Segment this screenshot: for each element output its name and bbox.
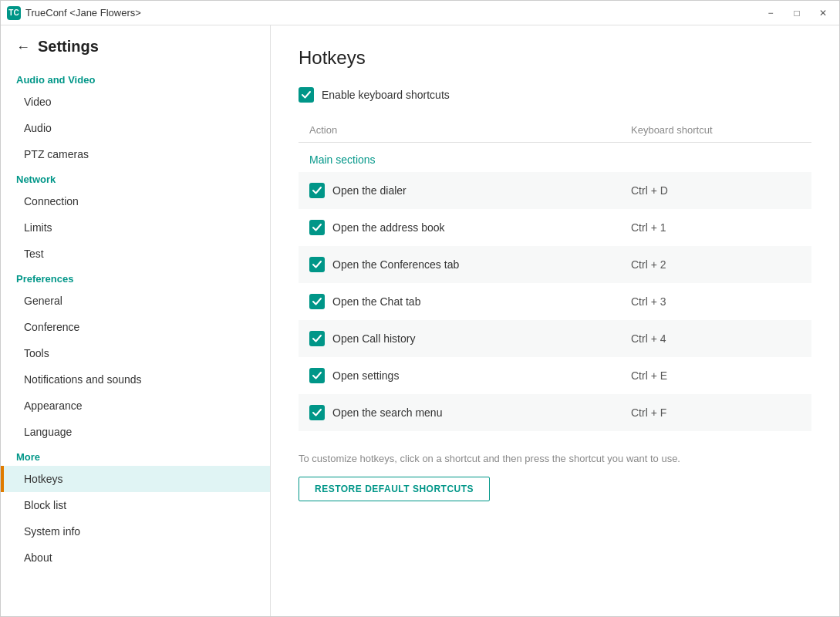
restore-defaults-button[interactable]: RESTORE DEFAULT SHORTCUTS bbox=[299, 477, 490, 501]
hotkey-shortcut-address-book: Ctrl + 1 bbox=[631, 221, 801, 234]
hotkey-row-call-history[interactable]: Open Call historyCtrl + 4 bbox=[299, 320, 811, 357]
hotkey-shortcut-conferences-tab: Ctrl + 2 bbox=[631, 258, 801, 271]
col-shortcut-header: Keyboard shortcut bbox=[631, 124, 801, 136]
hotkey-action-dialer: Open the dialer bbox=[332, 184, 623, 197]
sidebar: ← Settings Audio and VideoVideoAudioPTZ … bbox=[1, 25, 271, 617]
table-header: Action Keyboard shortcut bbox=[299, 121, 811, 143]
hotkey-action-chat-tab: Open the Chat tab bbox=[332, 295, 623, 308]
sidebar-section-network: Network bbox=[1, 167, 270, 188]
main-sections-label: Main sections bbox=[299, 146, 811, 172]
hotkey-checkbox-search-menu[interactable] bbox=[309, 405, 325, 420]
titlebar: TC TrueConf <Jane Flowers> − □ ✕ bbox=[1, 1, 839, 25]
app-body: ← Settings Audio and VideoVideoAudioPTZ … bbox=[1, 25, 839, 617]
sidebar-item-language[interactable]: Language bbox=[1, 419, 270, 445]
hotkey-action-settings: Open settings bbox=[332, 369, 623, 382]
titlebar-title: TrueConf <Jane Flowers> bbox=[25, 7, 761, 19]
back-button[interactable]: ← bbox=[16, 40, 30, 54]
sidebar-item-appearance[interactable]: Appearance bbox=[1, 393, 270, 419]
app-icon-text: TC bbox=[8, 8, 19, 17]
hotkey-shortcut-call-history: Ctrl + 4 bbox=[631, 332, 801, 345]
hotkey-checkbox-address-book[interactable] bbox=[309, 220, 325, 235]
hotkey-shortcut-settings: Ctrl + E bbox=[631, 369, 801, 382]
sidebar-sections: Audio and VideoVideoAudioPTZ camerasNetw… bbox=[1, 68, 270, 571]
sidebar-item-hotkeys[interactable]: Hotkeys bbox=[1, 466, 270, 492]
sidebar-item-video[interactable]: Video bbox=[1, 89, 270, 115]
enable-shortcuts-label: Enable keyboard shortcuts bbox=[322, 89, 450, 101]
page-title: Hotkeys bbox=[299, 47, 811, 69]
minimize-button[interactable]: − bbox=[761, 3, 781, 23]
hotkey-checkbox-dialer[interactable] bbox=[309, 183, 325, 198]
sidebar-item-audio[interactable]: Audio bbox=[1, 115, 270, 141]
hotkey-shortcut-chat-tab: Ctrl + 3 bbox=[631, 295, 801, 308]
sidebar-item-about[interactable]: About bbox=[1, 545, 270, 571]
sidebar-item-connection[interactable]: Connection bbox=[1, 188, 270, 214]
sidebar-item-limits[interactable]: Limits bbox=[1, 214, 270, 241]
sidebar-section-preferences: Preferences bbox=[1, 267, 270, 288]
hotkey-row-conferences-tab[interactable]: Open the Conferences tabCtrl + 2 bbox=[299, 246, 811, 283]
sidebar-title: Settings bbox=[38, 38, 99, 56]
app-icon: TC bbox=[7, 6, 21, 20]
hotkey-checkbox-settings[interactable] bbox=[309, 368, 325, 383]
hotkey-checkbox-conferences-tab[interactable] bbox=[309, 257, 325, 272]
sidebar-item-sysinfo[interactable]: System info bbox=[1, 518, 270, 545]
sidebar-section-audio-video: Audio and Video bbox=[1, 68, 270, 89]
sidebar-section-more: More bbox=[1, 445, 270, 466]
hotkey-row-settings[interactable]: Open settingsCtrl + E bbox=[299, 357, 811, 394]
close-button[interactable]: ✕ bbox=[813, 3, 833, 23]
hotkey-row-dialer[interactable]: Open the dialerCtrl + D bbox=[299, 172, 811, 209]
col-action-header: Action bbox=[309, 124, 631, 136]
sidebar-item-tools[interactable]: Tools bbox=[1, 340, 270, 366]
sidebar-item-conference[interactable]: Conference bbox=[1, 314, 270, 340]
maximize-button[interactable]: □ bbox=[787, 3, 807, 23]
hotkey-action-conferences-tab: Open the Conferences tab bbox=[332, 258, 623, 271]
hint-text: To customize hotkeys, click on a shortcu… bbox=[299, 453, 811, 464]
hotkey-row-chat-tab[interactable]: Open the Chat tabCtrl + 3 bbox=[299, 283, 811, 320]
sidebar-item-notifications[interactable]: Notifications and sounds bbox=[1, 366, 270, 393]
sidebar-item-blocklist[interactable]: Block list bbox=[1, 492, 270, 518]
hotkey-checkbox-chat-tab[interactable] bbox=[309, 294, 325, 309]
enable-shortcuts-checkbox[interactable] bbox=[299, 87, 314, 103]
hotkey-shortcut-dialer: Ctrl + D bbox=[631, 184, 801, 197]
hotkey-list: Open the dialerCtrl + DOpen the address … bbox=[299, 172, 811, 431]
hotkey-action-call-history: Open Call history bbox=[332, 332, 623, 345]
sidebar-header: ← Settings bbox=[1, 25, 270, 68]
enable-shortcuts-row: Enable keyboard shortcuts bbox=[299, 87, 811, 103]
hotkey-action-search-menu: Open the search menu bbox=[332, 406, 623, 419]
hotkey-checkbox-call-history[interactable] bbox=[309, 331, 325, 346]
hotkey-shortcut-search-menu: Ctrl + F bbox=[631, 406, 801, 419]
hotkey-row-address-book[interactable]: Open the address bookCtrl + 1 bbox=[299, 209, 811, 246]
sidebar-item-general[interactable]: General bbox=[1, 288, 270, 314]
hotkey-row-search-menu[interactable]: Open the search menuCtrl + F bbox=[299, 394, 811, 431]
hotkey-action-address-book: Open the address book bbox=[332, 221, 623, 234]
window-controls: − □ ✕ bbox=[761, 3, 833, 23]
main-content: Hotkeys Enable keyboard shortcuts Action… bbox=[271, 25, 839, 617]
sidebar-item-test[interactable]: Test bbox=[1, 241, 270, 267]
sidebar-item-ptz[interactable]: PTZ cameras bbox=[1, 141, 270, 167]
